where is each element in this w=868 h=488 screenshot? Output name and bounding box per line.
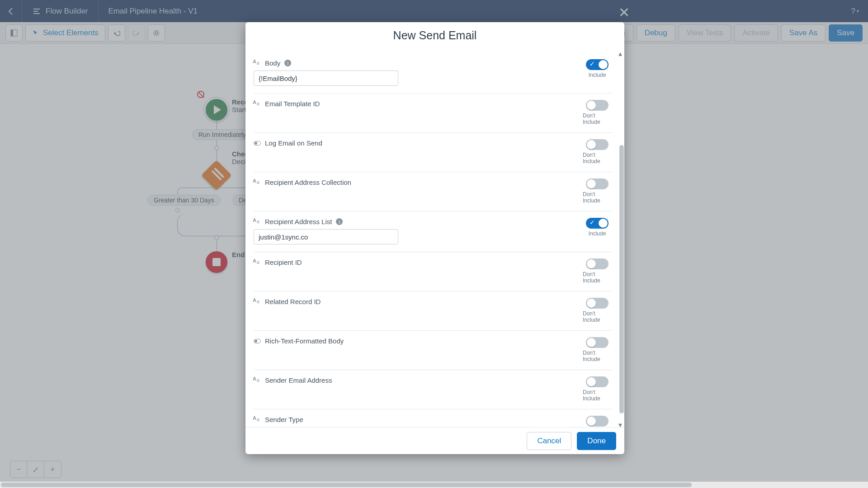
toggle-label: Don't Include [583,191,612,204]
cancel-button[interactable]: Cancel [527,432,571,450]
field-row-sender_type: Sender TypeDon't Include [254,409,612,427]
text-type-icon [254,417,261,422]
toggle-label: Include [589,72,606,78]
toggle[interactable] [586,178,609,189]
field-label: Sender Email Address [265,376,332,384]
field-row-sender_email: Sender Email AddressDon't Include [254,370,612,409]
text-type-icon [254,219,261,225]
scroll-thumb[interactable] [619,145,624,413]
send-email-modal: New Send Email BodyiIncludeEmail Templat… [245,22,624,454]
include-toggle-body: Include [583,59,612,78]
toggle[interactable] [586,298,609,309]
field-label: Recipient Address List [265,218,332,225]
field-row-template_id: Email Template IDDon't Include [254,94,612,133]
field-input-addr_list[interactable] [254,229,398,244]
include-toggle-sender_email: Don't Include [583,376,612,402]
info-icon[interactable]: i [336,218,343,225]
toggle[interactable] [586,100,609,111]
scroll-down-icon[interactable]: ▾ [618,421,624,426]
text-type-icon [254,61,261,66]
include-toggle-recipient_id: Don't Include [583,258,612,284]
field-label: Recipient ID [265,258,302,266]
include-toggle-sender_type: Don't Include [583,416,612,427]
toggle[interactable] [586,218,609,229]
field-label: Email Template ID [265,100,320,108]
field-label: Body [265,59,280,67]
field-row-recipient_id: Recipient IDDon't Include [254,252,612,291]
toggle[interactable] [586,376,609,387]
include-toggle-addr_list: Include [583,218,612,237]
toggle[interactable] [586,416,609,427]
include-toggle-addr_collection: Don't Include [583,178,612,204]
toggle-type-icon [254,141,261,145]
text-type-icon [254,299,261,305]
field-label: Rich-Text-Formatted Body [265,337,344,345]
include-toggle-log_on_send: Don't Include [583,139,612,164]
field-row-addr_list: Recipient Address ListiInclude [254,211,612,252]
field-row-rich_body: Rich-Text-Formatted BodyDon't Include [254,331,612,370]
done-button[interactable]: Done [577,432,616,450]
field-label: Sender Type [265,416,303,423]
toggle-type-icon [254,339,261,343]
toggle[interactable] [586,258,609,269]
field-input-body[interactable] [254,70,398,86]
toggle[interactable] [586,337,609,348]
toggle[interactable] [586,139,609,150]
toggle-label: Include [589,230,606,237]
toggle-label: Don't Include [583,389,612,402]
field-label: Related Record ID [265,298,321,305]
horizontal-scrollbar[interactable] [0,482,868,488]
include-toggle-related_id: Don't Include [583,298,612,323]
toggle-label: Don't Include [583,350,612,362]
field-row-addr_collection: Recipient Address CollectionDon't Includ… [254,172,612,211]
toggle-label: Don't Include [583,310,612,323]
modal-body: BodyiIncludeEmail Template IDDon't Inclu… [245,48,624,427]
text-type-icon [254,378,261,383]
field-label: Recipient Address Collection [265,178,351,186]
field-label: Log Email on Send [265,139,322,147]
modal-scrollbar[interactable]: ▴ ▾ [618,48,624,427]
field-rows: BodyiIncludeEmail Template IDDon't Inclu… [254,53,612,427]
modal-title: New Send Email [245,22,624,48]
field-row-log_on_send: Log Email on SendDon't Include [254,133,612,172]
field-row-related_id: Related Record IDDon't Include [254,291,612,331]
toggle-label: Don't Include [583,113,612,125]
toggle[interactable] [586,59,609,70]
text-type-icon [254,180,261,185]
modal-footer: Cancel Done [245,427,624,454]
include-toggle-template_id: Don't Include [583,100,612,125]
toggle-label: Don't Include [583,152,612,164]
field-row-body: BodyiInclude [254,53,612,94]
scroll-up-icon[interactable]: ▴ [618,49,624,55]
scroll-thumb[interactable] [1,483,692,487]
info-icon[interactable]: i [284,60,291,66]
text-type-icon [254,101,261,107]
toggle-label: Don't Include [583,271,612,284]
include-toggle-rich_body: Don't Include [583,337,612,362]
text-type-icon [254,260,261,265]
